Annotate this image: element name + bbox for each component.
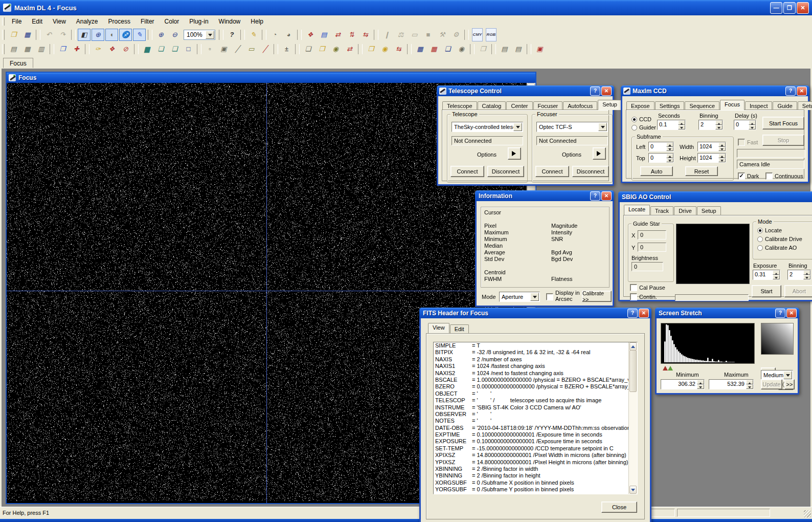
information-title-bar[interactable]: Information ? ✕ [475, 190, 614, 201]
dropdown-arrow-icon[interactable] [530, 293, 539, 301]
spin-down-icon[interactable] [697, 384, 704, 389]
dropdown-arrow-icon[interactable] [206, 31, 214, 39]
separator[interactable] [148, 30, 152, 40]
telescope-disconnect-button[interactable]: Disconnect [487, 166, 524, 177]
start-focus-button[interactable]: Start Focus [762, 117, 804, 129]
spin-down-icon[interactable] [773, 275, 780, 279]
slope-icon[interactable]: ╱ [259, 43, 272, 55]
focuser-disconnect-button[interactable]: Disconnect [572, 166, 609, 177]
camera-group-icon[interactable]: ◉ [455, 43, 468, 55]
dome-icon[interactable]: ◔ [268, 29, 281, 41]
fits-header-line[interactable]: XPIXSZ= 14.800000000000001 /Pixel Width … [434, 452, 629, 459]
fits-header-line[interactable]: XORGSUBF= 0 /Subframe X position in binn… [434, 480, 629, 486]
menu-item[interactable]: Filter [136, 16, 160, 27]
camera-import-icon[interactable]: ◉ [378, 43, 391, 55]
menu-item[interactable]: Edit [27, 16, 48, 27]
histogram-icon[interactable]: ▆ [141, 43, 153, 55]
telescope-options-button[interactable] [508, 147, 521, 160]
separator[interactable] [274, 44, 278, 54]
fits-header-line[interactable]: EXPOSURE= 0.10000000000000001 /Exposure … [434, 438, 629, 445]
fits-header-line[interactable]: XBINNING= 2 /Binning factor in width [434, 466, 629, 472]
minimum-marker-icon[interactable] [663, 363, 668, 371]
maxim-ccd-title-bar[interactable]: MaxIm CCD ? ✕ [621, 85, 809, 96]
separator[interactable] [85, 44, 89, 54]
ccd-radio[interactable] [631, 117, 637, 122]
camera-icon[interactable]: ◕ [282, 29, 295, 41]
fits-list-scrollbar[interactable] [628, 342, 637, 494]
fits-header-dialog[interactable]: FITS Header for Focus ? ✕ ViewEdit SIMPL… [419, 308, 651, 522]
tab[interactable]: Center [506, 101, 532, 110]
tab[interactable]: Sequence [685, 101, 719, 110]
sbig-ao-control-dialog[interactable]: SBIG AO Control LocateTrackDriveSetup Gu… [618, 191, 812, 301]
fits-header-line[interactable]: BITPIX= -32 /8 unsigned int, 16 & 32 int… [434, 349, 629, 356]
spin-up-icon[interactable] [803, 270, 810, 275]
color-stack-icon[interactable]: ❖ [304, 29, 317, 41]
separator[interactable] [71, 30, 76, 40]
spin-down-icon[interactable] [678, 125, 685, 129]
separator[interactable] [470, 44, 475, 54]
minimize-button[interactable]: — [770, 2, 782, 14]
tab[interactable]: Catalog [478, 101, 506, 110]
stretch-mode-combo[interactable]: Medium [761, 370, 793, 380]
menu-item[interactable]: Plug-in [184, 16, 213, 27]
tab[interactable]: Edit [450, 324, 469, 333]
menu-item[interactable]: File [7, 16, 27, 27]
mode-combo[interactable]: Aperture [499, 292, 540, 302]
close-icon[interactable]: ✕ [797, 86, 807, 96]
fits-header-line[interactable]: SIMPLE= T [434, 342, 629, 349]
spin-down-icon[interactable] [749, 125, 756, 129]
delay-spinner[interactable]: 0 [734, 120, 756, 130]
screen-stretch-window-icon[interactable]: ◧ [78, 29, 91, 41]
spin-up-icon[interactable] [718, 154, 726, 158]
help-button[interactable]: ? [590, 86, 600, 96]
diagonal-icon[interactable]: ╱ [231, 43, 244, 55]
spin-up-icon[interactable] [773, 270, 780, 275]
separator[interactable] [295, 44, 300, 54]
update-button[interactable]: Update [761, 379, 782, 389]
fits-header-line[interactable]: EXPTIME= 0.10000000000000001 /Exposure t… [434, 431, 629, 438]
copy-icon[interactable]: ❐ [56, 43, 69, 55]
fits-header-title-bar[interactable]: FITS Header for Focus ? ✕ [419, 308, 651, 318]
image-edit-icon[interactable]: ▣ [533, 43, 546, 55]
save-flash-icon[interactable]: ▦ [427, 43, 440, 55]
focuser-device-combo[interactable]: Optec TCF-S [536, 122, 608, 132]
fits-header-line[interactable]: OBSERVER= ' ' [434, 411, 629, 418]
spin-down-icon[interactable] [803, 275, 810, 279]
fits-keyword-list[interactable]: SIMPLE= TBITPIX= -32 /8 unsigned int, 16… [433, 342, 638, 494]
resize-grip[interactable] [804, 510, 811, 517]
fits-header-line[interactable]: NAXIS1= 1024 /fastest changing axis [434, 363, 629, 369]
tile-windows-icon[interactable]: ❏ [154, 43, 167, 55]
scroll-down-button[interactable] [629, 486, 637, 494]
open-file-icon[interactable]: ❒ [7, 29, 20, 41]
tab[interactable]: Inspect [745, 101, 772, 110]
fits-header-line[interactable]: OBJECT= ' ' [434, 390, 629, 397]
histogram-display[interactable] [661, 323, 755, 364]
menu-item[interactable]: View [48, 16, 71, 27]
separator[interactable] [50, 44, 54, 54]
spin-down-icon[interactable] [746, 384, 753, 389]
separator[interactable] [297, 30, 302, 40]
exposure-spinner[interactable]: 0.31 [753, 270, 780, 280]
battery-icon[interactable]: ▭ [245, 43, 258, 55]
telescope-control-dialog[interactable]: Telescope Control ? ✕ TelescopeCatalogCe… [437, 85, 614, 186]
screen-stretch-dialog[interactable]: Screen Stretch ? ✕ Medium Minimum Maximu… [655, 308, 799, 395]
main-title-bar[interactable]: MaxIm DL 4 - Focus — ❐ ✕ [0, 0, 812, 15]
fits-header-line[interactable]: BZERO= 0.00000000000000000 /physical = B… [434, 383, 629, 390]
subframe-top-spinner[interactable]: 0 [648, 153, 674, 163]
tab[interactable]: Track [650, 206, 673, 215]
telescope-control-title-bar[interactable]: Telescope Control ? ✕ [437, 85, 614, 96]
zoom-level-combo[interactable]: 100% [184, 30, 215, 40]
tab[interactable]: Drive [674, 206, 696, 215]
calibrate-icon[interactable]: ⚖ [394, 29, 407, 41]
redo-icon[interactable]: ↷ [56, 29, 69, 41]
tab[interactable]: Locate [624, 205, 650, 215]
spin-down-icon[interactable] [666, 158, 673, 163]
dropdown-arrow-icon[interactable] [598, 123, 607, 131]
ao-abort-button[interactable]: Abort [784, 285, 812, 297]
tab[interactable]: Focus [720, 100, 745, 110]
menu-item[interactable]: Window [214, 16, 246, 27]
spin-up-icon[interactable] [746, 380, 753, 384]
separator[interactable] [134, 44, 139, 54]
subframe-reset-button[interactable]: Reset [685, 166, 718, 176]
close-icon[interactable]: ✕ [601, 86, 612, 96]
